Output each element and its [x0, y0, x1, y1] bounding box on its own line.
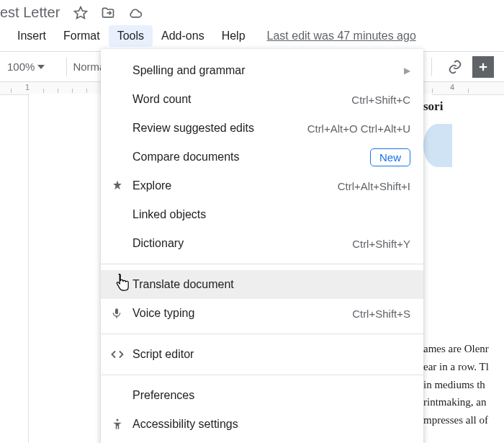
menu-label: Script editor [132, 348, 410, 361]
separator [66, 58, 67, 76]
avatar-shape [423, 124, 452, 167]
new-badge: New [370, 148, 410, 166]
menu-format[interactable]: Format [55, 25, 109, 47]
svg-point-4 [117, 419, 119, 421]
menu-preferences[interactable]: Preferences [101, 381, 423, 410]
doc-heading-fragment: sori [423, 97, 504, 117]
menu-insert[interactable]: Insert [9, 25, 55, 47]
ruler-mark: 1 [25, 83, 30, 91]
zoom-select[interactable]: 100% [7, 61, 48, 73]
menu-word-count[interactable]: Word count Ctrl+Shift+C [101, 85, 423, 114]
menu-label: Linked objects [132, 208, 410, 221]
chevron-down-icon [37, 65, 45, 69]
separator [101, 375, 423, 375]
menu-label: Spelling and grammar [132, 64, 404, 77]
menu-label: Translate document [132, 278, 410, 291]
insert-link-icon[interactable] [446, 58, 464, 76]
last-edit-link[interactable]: Last edit was 47 minutes ago [267, 30, 416, 42]
menu-label: Word count [132, 93, 351, 106]
menu-help[interactable]: Help [213, 25, 254, 47]
menu-label: Preferences [132, 389, 410, 402]
menu-dictionary[interactable]: Dictionary Ctrl+Shift+Y [101, 229, 423, 258]
menu-translate-document[interactable]: Translate document [101, 270, 423, 299]
menu-label: Compare documents [132, 151, 370, 164]
menu-spelling-grammar[interactable]: Spelling and grammar ▶ [101, 56, 423, 85]
svg-marker-0 [75, 6, 87, 18]
separator [101, 334, 423, 334]
menubar: Insert Format Tools Add-ons Help Last ed… [0, 22, 504, 51]
shortcut: Ctrl+Alt+O Ctrl+Alt+U [307, 122, 410, 135]
menu-addons[interactable]: Add-ons [153, 25, 213, 47]
document-content: sori ames are Olenr ear in a row. Tl in … [423, 97, 504, 429]
title-row: est Letter [0, 0, 504, 22]
mic-icon [111, 308, 132, 319]
menu-label: Explore [132, 179, 338, 192]
star-icon[interactable] [73, 5, 89, 21]
menu-label: Dictionary [132, 237, 352, 250]
explore-icon [111, 179, 132, 192]
ruler-mark: 4 [450, 83, 454, 91]
menu-label: Voice typing [132, 307, 352, 320]
move-folder-icon[interactable] [100, 5, 116, 21]
shortcut: Ctrl+Shift+S [352, 308, 410, 320]
cloud-status-icon[interactable] [127, 5, 143, 21]
separator [431, 58, 432, 76]
menu-linked-objects[interactable]: Linked objects [101, 200, 423, 229]
menu-accessibility-settings[interactable]: Accessibility settings [101, 410, 423, 439]
code-icon [111, 348, 132, 361]
document-title[interactable]: est Letter [0, 4, 60, 21]
shortcut: Ctrl+Shift+Y [352, 238, 410, 250]
menu-tools[interactable]: Tools [109, 25, 153, 47]
shortcut: Ctrl+Shift+C [351, 94, 410, 106]
zoom-value: 100% [7, 61, 35, 73]
doc-body-fragment: ames are Olenr ear in a row. Tl in mediu… [423, 340, 504, 429]
add-comment-button[interactable] [472, 56, 494, 78]
menu-review-suggested-edits[interactable]: Review suggested edits Ctrl+Alt+O Ctrl+A… [101, 114, 423, 143]
submenu-arrow-icon: ▶ [404, 66, 410, 76]
separator [101, 264, 423, 264]
menu-compare-documents[interactable]: Compare documents New [101, 143, 423, 171]
menu-label: Review suggested edits [132, 122, 307, 135]
shortcut: Ctrl+Alt+Shift+I [338, 180, 410, 192]
menu-label: Accessibility settings [132, 418, 410, 431]
accessibility-icon [111, 418, 132, 431]
menu-voice-typing[interactable]: Voice typing Ctrl+Shift+S [101, 299, 423, 328]
menu-explore[interactable]: Explore Ctrl+Alt+Shift+I [101, 171, 423, 200]
menu-script-editor[interactable]: Script editor [101, 340, 423, 369]
tools-dropdown: Spelling and grammar ▶ Word count Ctrl+S… [101, 49, 423, 443]
